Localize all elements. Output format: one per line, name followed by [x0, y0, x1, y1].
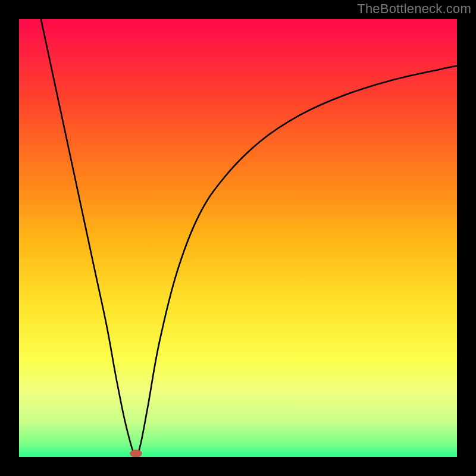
- chart-frame: TheBottleneck.com: [0, 0, 476, 476]
- gradient-background: [19, 19, 457, 457]
- chart-svg: [19, 19, 457, 457]
- watermark-text: TheBottleneck.com: [357, 1, 471, 17]
- chart-plot-area: [19, 19, 457, 457]
